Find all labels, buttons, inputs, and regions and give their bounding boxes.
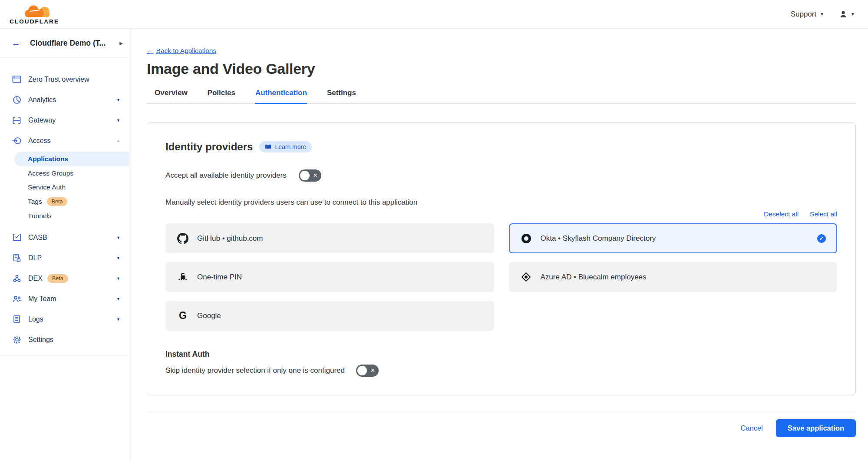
one-time-pin-icon: **** [177,273,189,282]
main-content: ← Back to Applications Image and Video G… [129,29,868,461]
sidebar: ← Cloudflare Demo (T... ▶ Zero Trust ove… [0,29,129,461]
card-heading: Identity providers [165,141,253,153]
dex-icon [12,274,22,283]
logs-icon [12,315,22,324]
sidebar-item-logs[interactable]: Logs ▼ [0,309,129,329]
provider-card-github[interactable]: GitHub • github.com [165,223,494,253]
sidebar-item-dex[interactable]: DEX Beta ▼ [0,268,129,289]
cloudflare-cloud-icon [21,4,54,18]
sidebar-item-service-auth[interactable]: Service Auth [0,180,129,194]
sub-item-label: Service Auth [28,183,66,191]
chevron-down-icon: ▼ [820,12,824,17]
user-menu[interactable]: ▼ [839,10,855,19]
sidebar-item-gateway[interactable]: Gateway ▼ [0,110,129,130]
dlp-icon [12,253,22,262]
beta-badge: Beta [47,197,68,206]
access-icon [12,136,22,145]
sidebar-item-label: My Team [28,295,56,303]
provider-card-one-time-pin[interactable]: **** One-time PIN [165,262,494,292]
footer-actions: Cancel Save application [147,419,856,437]
tab-authentication[interactable]: Authentication [255,89,307,104]
sidebar-nav: Zero Trust overview Analytics ▼ [0,58,129,357]
sub-item-label: Tunnels [28,212,52,220]
provider-label: One-time PIN [197,273,242,282]
sidebar-item-tunnels[interactable]: Tunnels [0,209,129,223]
chevron-down-icon: ▼ [116,235,120,240]
gateway-icon [12,116,22,125]
support-menu[interactable]: Support ▼ [791,10,824,19]
learn-more-badge[interactable]: Learn more [259,141,312,153]
book-icon [265,144,271,149]
beta-badge: Beta [47,274,68,283]
chevron-right-icon[interactable]: ▶ [119,41,123,46]
provider-label: Okta • Skyflash Company Directory [541,234,656,243]
sidebar-item-label: Logs [28,315,43,323]
back-arrow-icon: ← [147,47,154,55]
sidebar-item-label: Gateway [28,116,56,124]
sidebar-item-analytics[interactable]: Analytics ▼ [0,90,129,110]
sidebar-item-settings[interactable]: Settings [0,329,129,350]
chevron-down-icon: ▼ [116,276,120,281]
gear-icon [12,335,22,344]
cloudflare-logo: CLOUDFLARE [10,4,59,25]
deselect-all-link[interactable]: Deselect all [764,210,799,218]
toggle-knob [300,171,310,180]
google-icon: G [177,310,189,322]
team-icon [12,294,22,303]
sidebar-item-zero-trust-overview[interactable]: Zero Trust overview [0,69,129,90]
sidebar-item-applications[interactable]: Applications [14,152,129,166]
provider-label: Google [197,312,221,320]
chevron-down-icon: ▼ [116,317,120,322]
back-link-label: Back to Applications [156,47,217,55]
otp-stars: **** [178,279,187,282]
sub-item-label: Applications [28,155,68,163]
accept-all-toggle[interactable]: ✕ [299,169,321,182]
azure-ad-icon [520,272,532,282]
provider-card-azure-ad[interactable]: Azure AD • Bluecalm employees [509,262,838,292]
sidebar-item-access[interactable]: Access ▲ [0,130,129,151]
provider-card-google[interactable]: G Google [165,301,494,331]
account-name: Cloudflare Demo (T... [30,39,106,48]
providers-grid: GitHub • github.com Okta • Skyflash Comp… [165,223,837,331]
toggle-knob [357,366,367,375]
back-arrow-icon[interactable]: ← [11,38,20,48]
save-application-button[interactable]: Save application [776,419,856,437]
sidebar-item-tags[interactable]: Tags Beta [0,194,129,209]
instant-auth-label: Skip identity provider selection if only… [165,366,345,375]
select-all-link[interactable]: Select all [810,210,837,218]
sidebar-item-dlp[interactable]: DLP ▼ [0,248,129,268]
sub-item-label: Tags [28,198,42,206]
okta-icon [520,234,532,243]
chevron-down-icon: ▼ [116,297,120,301]
github-icon [177,233,189,244]
learn-more-label: Learn more [275,143,306,150]
tab-overview[interactable]: Overview [155,89,188,104]
cancel-button[interactable]: Cancel [740,424,762,432]
sidebar-item-label: DEX [28,275,43,282]
chevron-down-icon: ▼ [116,118,120,123]
footer-divider [147,413,856,413]
provider-card-okta[interactable]: Okta • Skyflash Company Directory ✓ [509,223,838,253]
sidebar-item-my-team[interactable]: My Team ▼ [0,289,129,309]
tab-policies[interactable]: Policies [208,89,235,104]
sidebar-item-label: Settings [28,336,53,344]
instant-auth-toggle[interactable]: ✕ [356,365,379,377]
toggle-x-icon: ✕ [313,172,318,179]
overview-icon [12,75,22,84]
toggle-x-icon: ✕ [370,367,375,374]
page-title: Image and Video Gallery [147,60,856,77]
tab-bar: Overview Policies Authentication Setting… [147,89,856,104]
tab-settings[interactable]: Settings [327,89,356,104]
sidebar-item-label: Zero Trust overview [28,76,89,83]
sidebar-account-header[interactable]: ← Cloudflare Demo (T... ▶ [0,29,129,58]
provider-label: GitHub • github.com [197,234,263,243]
casb-icon [12,233,22,242]
chevron-up-icon: ▲ [116,139,120,143]
back-to-applications-link[interactable]: ← Back to Applications [147,47,216,55]
user-icon [839,10,848,19]
manual-select-label: Manually select identity providers users… [165,198,837,207]
sidebar-item-casb[interactable]: CASB ▼ [0,227,129,248]
chevron-down-icon: ▼ [116,256,120,260]
sidebar-item-access-groups[interactable]: Access Groups [0,166,129,180]
instant-auth-heading: Instant Auth [165,350,837,359]
